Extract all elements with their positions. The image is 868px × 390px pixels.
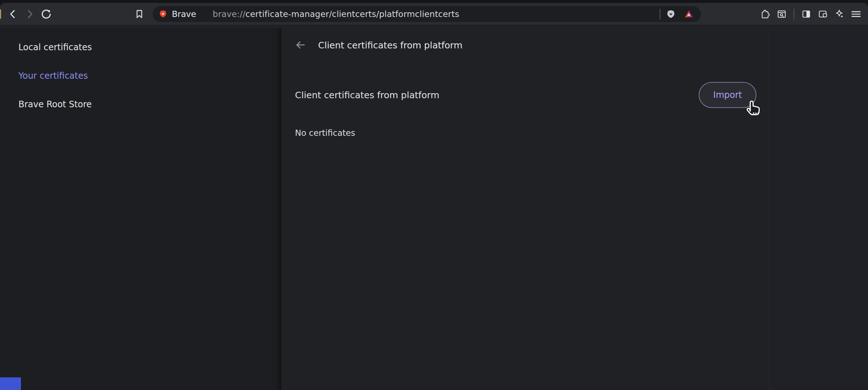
- page-title: Client certificates from platform: [318, 40, 463, 51]
- browser-toolbar: Brave brave://certificate-manager/client…: [0, 3, 868, 25]
- sidebar-item-local-certificates[interactable]: Local certificates: [18, 42, 92, 53]
- sidebar-item-brave-root-store[interactable]: Brave Root Store: [18, 99, 92, 110]
- forward-icon: [23, 8, 36, 20]
- back-button[interactable]: [5, 6, 21, 22]
- status-bubble: [0, 377, 21, 390]
- omnibox-separator: [660, 9, 660, 20]
- wallet-icon: [817, 9, 828, 20]
- sidebar-item-your-certificates[interactable]: Your certificates: [18, 71, 88, 81]
- bookmark-button[interactable]: [131, 6, 148, 22]
- rewards-button[interactable]: [681, 6, 696, 22]
- menu-button[interactable]: [848, 6, 864, 22]
- wallet-button[interactable]: [815, 6, 831, 22]
- leo-ai-icon: [834, 9, 845, 20]
- content-header: Client certificates from platform: [292, 37, 463, 53]
- content-back-button[interactable]: [292, 37, 309, 53]
- reload-button[interactable]: [38, 6, 55, 22]
- main-content: Client certificates from platform Client…: [281, 28, 769, 390]
- page-search-button[interactable]: [773, 6, 790, 22]
- toolbar-right-cluster: [757, 6, 864, 22]
- sidebar-toggle-icon: [801, 9, 812, 20]
- brave-logo-icon: [159, 9, 168, 18]
- empty-state-text: No certificates: [295, 128, 355, 138]
- certificates-sidebar: Local certificates Your certificates Bra…: [0, 28, 281, 390]
- url-text[interactable]: brave://certificate-manager/clientcerts/…: [213, 9, 459, 19]
- background-window-sliver: [0, 9, 1, 19]
- leo-ai-button[interactable]: [831, 6, 848, 22]
- address-bar[interactable]: Brave brave://certificate-manager/client…: [153, 6, 701, 22]
- certificate-manager-page: Local certificates Your certificates Bra…: [0, 28, 868, 390]
- section-title: Client certificates from platform: [295, 90, 439, 100]
- browser-window: Brave brave://certificate-manager/client…: [0, 3, 868, 390]
- forward-button[interactable]: [21, 6, 38, 22]
- shields-button[interactable]: [663, 6, 678, 22]
- rewards-icon: [684, 9, 694, 19]
- page-search-icon: [776, 9, 787, 20]
- menu-icon: [850, 8, 862, 20]
- import-button[interactable]: Import: [699, 82, 756, 108]
- toolbar-separator: [794, 9, 794, 20]
- back-icon: [7, 8, 19, 20]
- site-label: Brave: [172, 9, 196, 19]
- shields-icon: [666, 9, 676, 19]
- extensions-icon: [760, 9, 771, 20]
- reload-icon: [40, 8, 53, 21]
- url-path: certificate-manager/clientcerts/platform…: [246, 9, 459, 19]
- right-filler-pane: [769, 28, 868, 390]
- desktop: { "browser": { "toolbar": { "site_label"…: [0, 0, 868, 390]
- platform-certs-section: Client certificates from platform Import: [295, 82, 756, 108]
- bookmark-icon: [134, 8, 145, 20]
- url-scheme: brave://: [213, 9, 246, 19]
- sidebar-toggle-button[interactable]: [798, 6, 815, 22]
- extensions-button[interactable]: [757, 6, 773, 22]
- omnibox-right-group: [660, 6, 696, 22]
- arrow-left-icon: [295, 39, 306, 51]
- sidebar-list: Local certificates Your certificates Bra…: [0, 42, 281, 110]
